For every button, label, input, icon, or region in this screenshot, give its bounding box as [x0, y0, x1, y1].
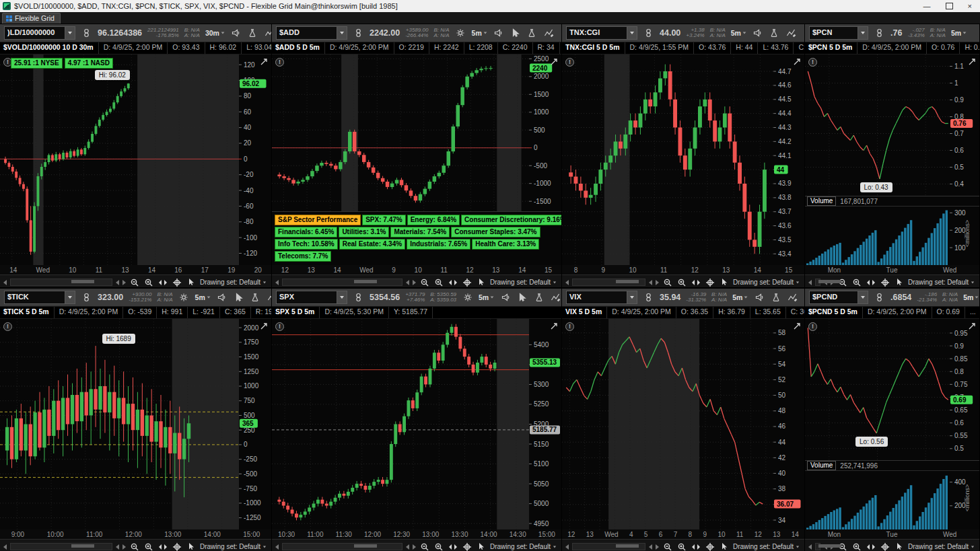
- tab-flexible-grid[interactable]: Flexible Grid: [2, 13, 61, 24]
- price-chart[interactable]: 120100806040200-20-40-60-80-100-12096.02: [0, 54, 271, 265]
- zoom-out-button[interactable]: [129, 542, 140, 551]
- link-icon[interactable]: [643, 292, 654, 303]
- crosshair-button[interactable]: [705, 542, 715, 551]
- pan-button[interactable]: [448, 277, 458, 288]
- scrollbar[interactable]: [572, 279, 645, 286]
- price-chart[interactable]: 0.950.90.850.80.750.70.650.60.550.540020…: [805, 319, 979, 529]
- pan-button[interactable]: [448, 542, 458, 551]
- gear-icon[interactable]: [462, 292, 473, 303]
- scroll-left-icon[interactable]: [3, 544, 7, 550]
- crosshair-button[interactable]: [462, 277, 473, 288]
- price-chart[interactable]: 200017501500125010007505002500-250-500-7…: [0, 319, 271, 529]
- scroll-step-left-icon[interactable]: [649, 544, 652, 550]
- close-button[interactable]: ×: [968, 2, 972, 10]
- symbol-input[interactable]: $ADD: [276, 26, 347, 40]
- price-chart[interactable]: 5856545250484644424038363436.07: [562, 319, 804, 529]
- timeframe-button[interactable]: 5m: [732, 293, 748, 301]
- crosshair-button[interactable]: [172, 277, 182, 288]
- pan-button[interactable]: [866, 542, 876, 551]
- link-icon[interactable]: [81, 28, 92, 39]
- scrollbar-thumb[interactable]: [71, 280, 94, 283]
- scroll-step-right-icon[interactable]: [123, 544, 126, 550]
- pointer-button[interactable]: [894, 542, 905, 551]
- analysis-flask-icon[interactable]: [526, 28, 538, 39]
- pan-button[interactable]: [158, 542, 168, 551]
- scroll-step-right-icon[interactable]: [413, 280, 416, 285]
- symbol-input[interactable]: $PCN: [809, 26, 868, 40]
- chevron-down-icon[interactable]: [858, 291, 868, 303]
- pointer-button[interactable]: [186, 542, 197, 551]
- pan-button[interactable]: [691, 542, 701, 551]
- scroll-step-right-icon[interactable]: [123, 280, 126, 285]
- scroll-left-icon[interactable]: [3, 280, 7, 285]
- cursor-icon[interactable]: [516, 292, 528, 303]
- zoom-in-button[interactable]: [676, 277, 687, 288]
- gear-icon[interactable]: [455, 28, 466, 39]
- symbol-input[interactable]: TNX:CGI: [566, 26, 637, 40]
- zoom-out-button[interactable]: [419, 542, 430, 551]
- scroll-step-left-icon[interactable]: [116, 280, 119, 285]
- chevron-down-icon[interactable]: [65, 291, 75, 303]
- pointer-button[interactable]: [894, 277, 905, 288]
- scrollbar[interactable]: [282, 543, 403, 550]
- price-chart[interactable]: 44.744.644.544.444.344.244.14443.943.843…: [562, 54, 804, 265]
- announcements-icon[interactable]: [216, 292, 228, 303]
- drawings-icon[interactable]: [785, 28, 797, 39]
- link-icon[interactable]: [353, 28, 364, 39]
- price-chart[interactable]: 1.110.90.80.70.60.50.43002001000.76: [805, 54, 979, 265]
- announcements-icon[interactable]: [230, 28, 242, 39]
- timeframe-button[interactable]: 5m: [731, 29, 746, 37]
- expand-icon[interactable]: [968, 57, 976, 69]
- menu-icon[interactable]: [977, 28, 979, 39]
- crosshair-button[interactable]: [880, 542, 890, 551]
- symbol-input[interactable]: )LD/10000000: [4, 26, 75, 40]
- cursor-icon[interactable]: [233, 292, 244, 303]
- timeframe-button[interactable]: 5m: [472, 29, 487, 37]
- link-icon[interactable]: [81, 292, 92, 303]
- scroll-step-left-icon[interactable]: [406, 544, 409, 550]
- zoom-in-button[interactable]: [851, 542, 862, 551]
- scrollbar[interactable]: [282, 279, 403, 286]
- scrollbar-thumb[interactable]: [616, 544, 639, 548]
- crosshair-button[interactable]: [172, 542, 182, 551]
- scrollbar[interactable]: [10, 543, 112, 550]
- scroll-step-left-icon[interactable]: [116, 544, 119, 550]
- drawing-set-selector[interactable]: Drawing set: Default: [908, 543, 976, 550]
- scrollbar[interactable]: [815, 279, 820, 286]
- pan-button[interactable]: [691, 277, 701, 288]
- scrollbar[interactable]: [10, 279, 112, 286]
- scroll-left-icon[interactable]: [565, 544, 569, 550]
- announcements-icon[interactable]: [752, 28, 763, 39]
- scroll-step-left-icon[interactable]: [406, 280, 409, 285]
- drawings-icon[interactable]: [787, 292, 798, 303]
- drawings-icon[interactable]: [264, 28, 271, 39]
- drawing-set-selector[interactable]: Drawing set: Default: [200, 279, 268, 286]
- scroll-left-icon[interactable]: [565, 280, 569, 285]
- scrollbar-thumb[interactable]: [354, 544, 377, 548]
- crosshair-button[interactable]: [705, 277, 715, 288]
- pointer-button[interactable]: [719, 277, 730, 288]
- drawing-set-selector[interactable]: Drawing set: Default: [490, 543, 558, 550]
- scroll-step-right-icon[interactable]: [656, 280, 659, 285]
- maximize-button[interactable]: [946, 3, 953, 9]
- expand-icon[interactable]: [968, 321, 976, 333]
- analysis-flask-icon[interactable]: [247, 28, 258, 39]
- scrollbar[interactable]: [572, 543, 645, 550]
- alert-icon[interactable]: !: [565, 322, 574, 331]
- analysis-flask-icon[interactable]: [770, 292, 781, 303]
- cursor-icon[interactable]: [510, 28, 521, 39]
- analysis-flask-icon[interactable]: [769, 28, 780, 39]
- expand-icon[interactable]: [550, 321, 558, 333]
- zoom-out-button[interactable]: [662, 277, 673, 288]
- drawings-icon[interactable]: [267, 292, 271, 303]
- chevron-down-icon[interactable]: [65, 27, 75, 39]
- drawings-icon[interactable]: [550, 292, 561, 303]
- pointer-button[interactable]: [476, 542, 487, 551]
- zoom-in-button[interactable]: [143, 277, 154, 288]
- announcements-icon[interactable]: [499, 292, 511, 303]
- zoom-in-button[interactable]: [433, 542, 444, 551]
- alert-icon[interactable]: !: [565, 58, 574, 67]
- alert-icon[interactable]: !: [275, 58, 284, 67]
- drawing-set-selector[interactable]: Drawing set: Default: [733, 279, 801, 286]
- drawings-icon[interactable]: [543, 28, 555, 39]
